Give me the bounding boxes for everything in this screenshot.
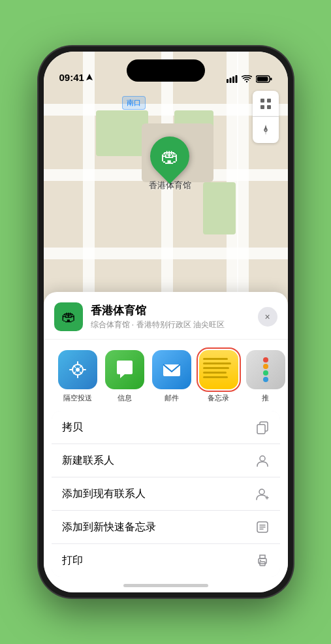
share-airdrop[interactable]: 隔空投送 (54, 350, 101, 403)
action-new-contact[interactable]: 新建联系人 (52, 444, 280, 477)
add-existing-icon (255, 487, 270, 501)
svg-rect-2 (229, 78, 231, 83)
svg-rect-7 (257, 77, 268, 82)
messages-icon (114, 359, 136, 381)
venue-info: 香港体育馆 综合体育馆 · 香港特别行政区 油尖旺区 (91, 303, 258, 330)
action-print[interactable]: 打印 (52, 544, 280, 577)
action-add-note-label: 添加到新快速备忘录 (62, 521, 156, 534)
copy-icon (255, 420, 270, 434)
map-marker: 🏟 香港体育馆 (149, 137, 191, 191)
battery-icon (256, 75, 272, 83)
share-more[interactable]: 推 (242, 350, 288, 403)
map-layers-button[interactable] (253, 91, 279, 117)
svg-rect-17 (257, 425, 265, 434)
quick-note-icon (255, 520, 270, 534)
svg-point-14 (76, 368, 80, 372)
print-icon (255, 553, 270, 568)
map-area[interactable]: 南口 🏟 香港体育馆 (44, 52, 288, 326)
notes-label: 备忘录 (208, 393, 229, 403)
dynamic-island (127, 59, 205, 82)
phone-frame: 09:41 (39, 46, 293, 598)
venue-name: 香港体育馆 (91, 303, 258, 318)
action-print-label: 打印 (62, 554, 83, 568)
share-row: 隔空投送 信息 (44, 340, 288, 408)
svg-rect-8 (260, 99, 264, 103)
venue-subtitle: 综合体育馆 · 香港特别行政区 油尖旺区 (91, 319, 258, 330)
airdrop-icon-wrap (58, 350, 97, 389)
action-add-existing[interactable]: 添加到现有联系人 (52, 477, 280, 511)
share-messages[interactable]: 信息 (101, 350, 148, 403)
more-icon-wrap (246, 350, 285, 389)
phone-screen: 09:41 (44, 52, 288, 592)
action-copy-label: 拷贝 (62, 421, 83, 434)
action-copy[interactable]: 拷贝 (52, 411, 280, 444)
action-add-existing-label: 添加到现有联系人 (62, 487, 146, 501)
close-button[interactable]: × (258, 307, 277, 327)
layers-icon (259, 97, 273, 111)
notes-content (199, 350, 238, 389)
share-mail[interactable]: 邮件 (148, 350, 195, 403)
svg-rect-1 (227, 79, 229, 83)
svg-rect-3 (232, 76, 234, 83)
mail-icon-wrap (152, 350, 191, 389)
airdrop-label: 隔空投送 (63, 393, 92, 403)
status-icons (227, 75, 272, 83)
home-indicator (123, 584, 208, 587)
mail-label: 邮件 (165, 393, 179, 403)
compass-icon (259, 123, 272, 137)
notes-icon-wrap (199, 350, 238, 389)
signal-icon (227, 75, 238, 83)
bottom-sheet: 🏟 香港体育馆 综合体育馆 · 香港特别行政区 油尖旺区 × (44, 292, 288, 592)
svg-point-29 (260, 560, 261, 561)
action-add-note[interactable]: 添加到新快速备忘录 (52, 511, 280, 544)
messages-label: 信息 (118, 393, 132, 403)
share-notes[interactable]: 备忘录 (195, 350, 242, 403)
mail-icon (161, 359, 183, 381)
svg-point-19 (259, 489, 264, 494)
location-button[interactable] (253, 117, 279, 143)
svg-rect-6 (270, 78, 272, 80)
svg-marker-0 (86, 74, 93, 80)
svg-rect-4 (235, 75, 237, 83)
svg-rect-27 (260, 555, 265, 558)
new-contact-icon (255, 453, 270, 468)
svg-point-18 (260, 456, 265, 461)
location-icon (86, 74, 93, 82)
map-controls (253, 91, 279, 143)
airdrop-icon (67, 359, 89, 381)
action-list: 拷贝 新建联系人 添加到现有联系人 (52, 411, 280, 577)
marker-pin: 🏟 (142, 129, 198, 184)
status-time: 09:41 (59, 72, 93, 83)
more-label: 推 (262, 393, 269, 403)
action-new-contact-label: 新建联系人 (62, 454, 114, 468)
sheet-header: 🏟 香港体育馆 综合体育馆 · 香港特别行政区 油尖旺区 × (44, 292, 288, 340)
messages-icon-wrap (105, 350, 144, 389)
svg-rect-10 (260, 105, 264, 109)
svg-rect-11 (267, 105, 271, 109)
wifi-icon (242, 75, 252, 83)
map-label: 南口 (122, 96, 146, 110)
svg-rect-9 (267, 99, 271, 103)
venue-icon: 🏟 (54, 302, 83, 331)
